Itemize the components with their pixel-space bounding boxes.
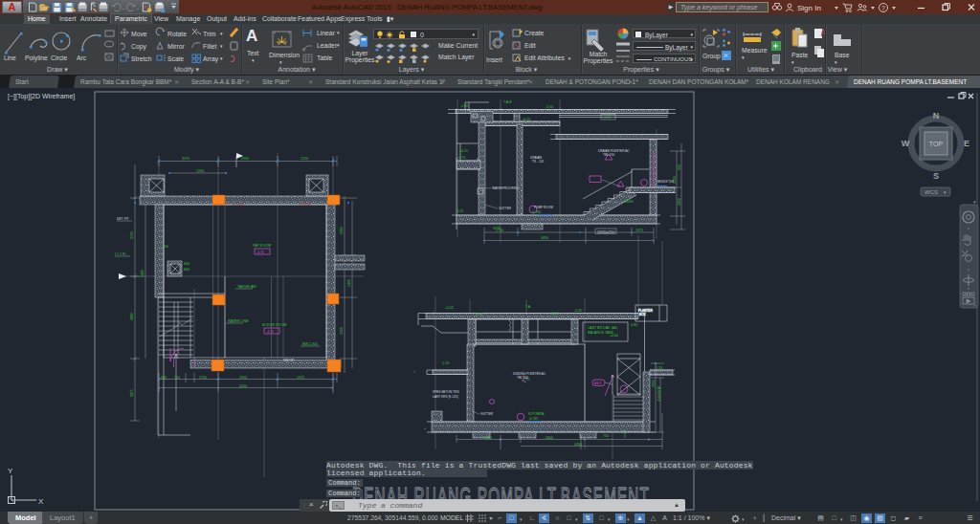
svg-text:TOP: TOP — [929, 141, 944, 147]
svg-text:▾: ▾ — [974, 303, 976, 308]
svg-text:TBL 150: TBL 150 — [517, 376, 528, 380]
svg-text:×: × — [413, 370, 415, 374]
svg-text:LT-1 FL: LT-1 FL — [115, 252, 126, 256]
svg-text:3800: 3800 — [130, 313, 134, 320]
svg-text:1850: 1850 — [678, 198, 681, 206]
svg-text:+0.55: +0.55 — [445, 306, 454, 310]
svg-text:S: S — [933, 171, 939, 181]
svg-text:1200: 1200 — [196, 169, 204, 173]
svg-text:N: N — [933, 111, 940, 120]
svg-text:300: 300 — [161, 376, 167, 380]
svg-text:-1.20: -1.20 — [441, 361, 449, 365]
svg-text:DET. PIT: DET. PIT — [117, 217, 129, 221]
svg-text:LANT KRK [K-225]: LANT KRK [K-225] — [433, 395, 458, 399]
svg-text:-1.00: -1.00 — [460, 104, 468, 108]
svg-text:-0.70: -0.70 — [457, 156, 465, 160]
svg-text:750: 750 — [603, 434, 609, 438]
svg-text:+0.15: +0.15 — [459, 149, 468, 153]
svg-text:6200: 6200 — [239, 384, 247, 388]
svg-text:-5.745: -5.745 — [531, 210, 541, 214]
svg-text:450: 450 — [621, 430, 627, 434]
svg-text:3450: 3450 — [546, 436, 553, 440]
svg-text:WATERPROOFING: WATERPROOFING — [492, 186, 520, 190]
svg-text:T.A B: T.A B — [503, 100, 512, 104]
svg-text:1075: 1075 — [130, 389, 134, 397]
svg-text:SPEK BETON TKN: SPEK BETON TKN — [433, 390, 459, 394]
svg-text:3575: 3575 — [182, 157, 189, 161]
svg-text:1750: 1750 — [496, 229, 503, 232]
svg-text:-0.55: -0.55 — [546, 105, 553, 109]
svg-text:GUTTER: GUTTER — [480, 412, 494, 416]
svg-text:WW SP: WW SP — [283, 359, 294, 362]
svg-text:+0.10: +0.10 — [550, 312, 559, 316]
svg-text:PAP ROOM: PAP ROOM — [253, 244, 271, 248]
svg-text:3050: 3050 — [484, 436, 492, 440]
svg-text:BESIDE TILE: BESIDE TILE — [657, 180, 674, 184]
svg-text:K1 40/40: K1 40/40 — [300, 203, 311, 207]
svg-text:+0.10: +0.10 — [522, 118, 530, 121]
svg-text:2450: 2450 — [340, 327, 344, 335]
svg-text:TK - 101: TK - 101 — [532, 160, 544, 164]
svg-text:-4.745: -4.745 — [528, 417, 538, 421]
svg-text:2950: 2950 — [241, 157, 249, 161]
svg-text:1250: 1250 — [301, 157, 308, 161]
svg-text:TANGKI AIR: TANGKI AIR — [237, 285, 256, 289]
svg-text:1750: 1750 — [199, 376, 207, 380]
svg-text:3595/3610: 3595/3610 — [657, 386, 661, 402]
svg-text:600: 600 — [184, 268, 189, 272]
svg-text:-1.20: -1.20 — [655, 366, 662, 370]
svg-text:4450: 4450 — [541, 236, 548, 240]
svg-text:2950: 2950 — [239, 376, 247, 380]
svg-text:▾: ▾ — [973, 199, 976, 205]
svg-text:BOILER ROOM: BOILER ROOM — [262, 323, 286, 327]
svg-text:1975: 1975 — [297, 376, 304, 380]
svg-text:×: × — [424, 427, 426, 431]
svg-text:150: 150 — [163, 245, 168, 249]
svg-text:Sign In: Sign In — [797, 4, 821, 12]
svg-text:BW-2.345: BW-2.345 — [302, 342, 318, 346]
svg-text:600: 600 — [184, 262, 189, 266]
svg-text:20X30=2700: 20X30=2700 — [597, 230, 614, 234]
svg-text:-0.85: -0.85 — [630, 323, 637, 327]
svg-text:W: W — [902, 139, 910, 148]
svg-text:-0.35: -0.35 — [574, 309, 582, 313]
svg-text:WCS: WCS — [924, 189, 938, 195]
svg-text:TBL 150: TBL 150 — [603, 153, 614, 157]
svg-text:X: X — [38, 497, 44, 506]
svg-text:-3.15: -3.15 — [456, 209, 463, 213]
svg-text:20x30: 20x30 — [624, 200, 634, 204]
svg-text:T.A: T.A — [525, 305, 531, 309]
svg-text:-4.70: -4.70 — [266, 330, 274, 334]
svg-text:K1 40/40: K1 40/40 — [233, 203, 244, 207]
svg-text:-4.70: -4.70 — [256, 251, 264, 254]
svg-text:950: 950 — [678, 164, 681, 170]
svg-text:GUTTER: GUTTER — [499, 207, 512, 210]
svg-text:AS-3: AS-3 — [594, 382, 601, 385]
svg-text:2150: 2150 — [652, 380, 656, 387]
svg-text:E: E — [964, 139, 969, 148]
svg-text:1375: 1375 — [635, 229, 643, 232]
svg-text:+0.60: +0.60 — [610, 334, 618, 338]
svg-text:5400: 5400 — [347, 279, 351, 287]
svg-text:-1.20: -1.20 — [603, 116, 611, 120]
svg-text:PUMP ROOM: PUMP ROOM — [534, 206, 553, 209]
svg-text:750: 750 — [174, 376, 180, 380]
svg-text:GTR: GTR — [476, 313, 483, 317]
svg-text:BOX: BOX — [639, 313, 647, 317]
svg-text:Y: Y — [8, 467, 13, 475]
svg-text:1750: 1750 — [130, 231, 134, 239]
svg-text:2600: 2600 — [141, 270, 145, 277]
svg-text:WATER LINE: WATER LINE — [228, 319, 249, 323]
svg-text:?: ? — [881, 5, 885, 11]
svg-text:LANT BR DAK JAD: LANT BR DAK JAD — [588, 326, 618, 330]
svg-text:R.POMPA: R.POMPA — [528, 412, 545, 416]
svg-text:[−][Top][2D Wireframe]: [−][Top][2D Wireframe] — [8, 93, 75, 100]
svg-text:2950: 2950 — [340, 227, 344, 234]
